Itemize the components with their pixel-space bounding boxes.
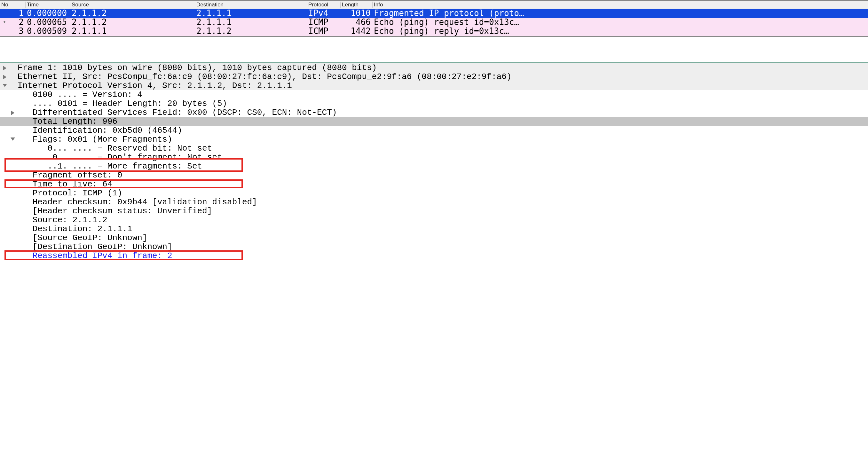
tree-label: Time to live: 64 <box>33 179 113 189</box>
cell-info: Echo (ping) request id=0x13c… <box>373 18 868 27</box>
tree-label: Source: 2.1.1.2 <box>33 215 107 225</box>
tree-label: 0100 .... = Version: 4 <box>33 90 142 99</box>
tree-field-reserved[interactable]: 0... .... = Reserved bit: Not set <box>0 144 868 153</box>
tree-field-id[interactable]: Identification: 0xb5d0 (46544) <box>0 126 868 135</box>
tree-label: Fragment offset: 0 <box>33 171 123 180</box>
tree-label: Protocol: ICMP (1) <box>33 188 123 198</box>
tree-label: Internet Protocol Version 4, Src: 2.1.1.… <box>18 81 292 91</box>
col-header-len[interactable]: Length <box>341 2 373 8</box>
cell-dst: 2.1.1.1 <box>195 9 307 18</box>
tree-field-dst-geoip[interactable]: [Destination GeoIP: Unknown] <box>0 242 868 251</box>
packet-row[interactable]: • 2 0.000065 2.1.1.2 2.1.1.1 ICMP 466 Ec… <box>0 18 868 27</box>
cell-src: 2.1.1.2 <box>70 9 195 18</box>
tree-label: .... 0101 = Header Length: 20 bytes (5) <box>33 99 227 109</box>
col-header-proto[interactable]: Protocol <box>307 2 341 8</box>
cell-time: 0.000065 <box>26 18 70 27</box>
tree-label: Frame 1: 1010 bytes on wire (8080 bits),… <box>18 63 377 72</box>
tree-label: Destination: 2.1.1.1 <box>33 224 132 234</box>
packet-list-pane: No. Time Source Destination Protocol Len… <box>0 0 868 37</box>
col-header-src[interactable]: Source <box>70 2 195 8</box>
cell-time: 0.000509 <box>26 27 70 36</box>
tree-label: Total Length: 996 <box>33 117 117 126</box>
tree-label: Identification: 0xb5d0 (46544) <box>33 126 182 135</box>
tree-label: Flags: 0x01 (More Fragments) <box>33 134 173 144</box>
tree-label: Ethernet II, Src: PcsCompu_fc:6a:c9 (08:… <box>18 72 512 82</box>
cell-src: 2.1.1.2 <box>70 18 195 27</box>
tree-label: Differentiated Services Field: 0x00 (DSC… <box>33 108 337 117</box>
col-header-time[interactable]: Time <box>26 2 70 8</box>
cell-info: Fragmented IP protocol (proto… <box>373 9 868 18</box>
tree-label: 0... .... = Reserved bit: Not set <box>47 144 212 153</box>
tree-field-ttl[interactable]: Time to live: 64 <box>0 180 868 189</box>
tree-field-hlen[interactable]: .... 0101 = Header Length: 20 bytes (5) <box>0 99 868 108</box>
cell-no: 1 <box>0 9 26 18</box>
related-mark-icon: • <box>3 18 6 27</box>
tree-field-dst-ip[interactable]: Destination: 2.1.1.1 <box>0 224 868 234</box>
tree-item-flags[interactable]: Flags: 0x01 (More Fragments) <box>0 135 868 144</box>
cell-len: 1442 <box>341 27 373 36</box>
packet-list-header: No. Time Source Destination Protocol Len… <box>0 1 868 9</box>
packet-details-pane: Frame 1: 1010 bytes on wire (8080 bits),… <box>0 63 868 260</box>
tree-link-reassembled[interactable]: Reassembled IPv4 in frame: 2 <box>0 251 868 260</box>
tree-field-proto[interactable]: Protocol: ICMP (1) <box>0 189 868 197</box>
tree-field-src-ip[interactable]: Source: 2.1.1.2 <box>0 216 868 224</box>
cell-dst: 2.1.1.2 <box>195 27 307 36</box>
cell-time: 0.000000 <box>26 9 70 18</box>
cell-len: 1010 <box>341 9 373 18</box>
cell-dst: 2.1.1.1 <box>195 18 307 27</box>
cell-info: Echo (ping) reply id=0x13c… <box>373 27 868 36</box>
col-header-no[interactable]: No. <box>0 2 26 8</box>
tree-field-fragoff[interactable]: Fragment offset: 0 <box>0 171 868 180</box>
tree-field-tlen[interactable]: Total Length: 996 <box>0 117 868 126</box>
cell-proto: IPv4 <box>307 9 341 18</box>
tree-item-frame[interactable]: Frame 1: 1010 bytes on wire (8080 bits),… <box>0 63 868 72</box>
tree-field-cksum[interactable]: Header checksum: 0x9b44 [validation disa… <box>0 197 868 207</box>
packet-row[interactable]: 1 0.000000 2.1.1.2 2.1.1.1 IPv4 1010 Fra… <box>0 9 868 18</box>
tree-field-mf[interactable]: ..1. .... = More fragments: Set <box>0 162 868 171</box>
tree-field-df[interactable]: .0.. .... = Don't fragment: Not set <box>0 153 868 162</box>
tree-field-version[interactable]: 0100 .... = Version: 4 <box>0 90 868 99</box>
cell-len: 466 <box>341 18 373 27</box>
tree-label: [Header checksum status: Unverified] <box>33 206 212 216</box>
tree-label: [Destination GeoIP: Unknown] <box>33 242 173 252</box>
cell-no: 3 <box>0 27 26 36</box>
col-header-dst[interactable]: Destination <box>195 2 307 8</box>
tree-field-src-geoip[interactable]: [Source GeoIP: Unknown] <box>0 234 868 242</box>
tree-label: .0.. .... = Don't fragment: Not set <box>47 153 222 162</box>
tree-item-ip[interactable]: Internet Protocol Version 4, Src: 2.1.1.… <box>0 81 868 90</box>
tree-item-dsf[interactable]: Differentiated Services Field: 0x00 (DSC… <box>0 108 868 117</box>
cell-proto: ICMP <box>307 18 341 27</box>
tree-field-cksum-status[interactable]: [Header checksum status: Unverified] <box>0 207 868 216</box>
tree-label: [Source GeoIP: Unknown] <box>33 233 148 243</box>
tree-label: Header checksum: 0x9b44 [validation disa… <box>33 197 257 207</box>
packet-row[interactable]: 3 0.000509 2.1.1.1 2.1.1.2 ICMP 1442 Ech… <box>0 27 868 36</box>
cell-proto: ICMP <box>307 27 341 36</box>
tree-item-ethernet[interactable]: Ethernet II, Src: PcsCompu_fc:6a:c9 (08:… <box>0 72 868 81</box>
pane-gap <box>0 37 868 62</box>
reassembled-link[interactable]: Reassembled IPv4 in frame: 2 <box>33 251 173 260</box>
cell-src: 2.1.1.1 <box>70 27 195 36</box>
col-header-info[interactable]: Info <box>373 2 868 8</box>
tree-label: ..1. .... = More fragments: Set <box>47 161 202 171</box>
